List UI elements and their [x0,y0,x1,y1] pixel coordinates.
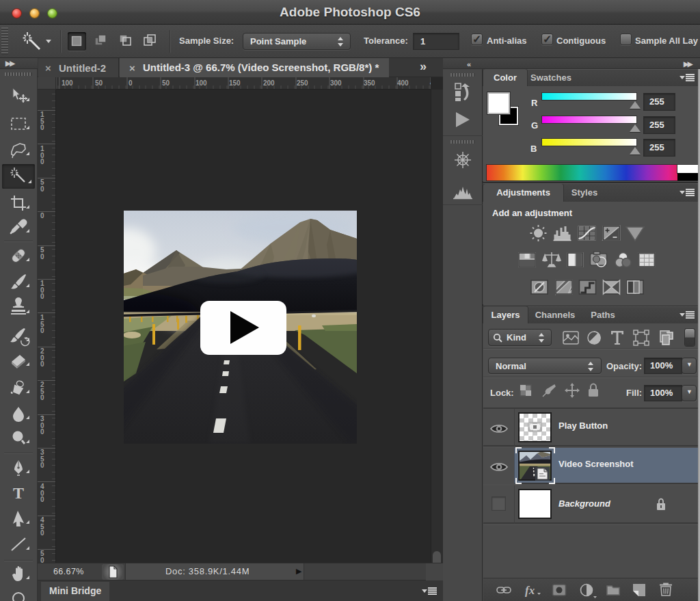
svg-text:fx: fx [525,584,535,597]
